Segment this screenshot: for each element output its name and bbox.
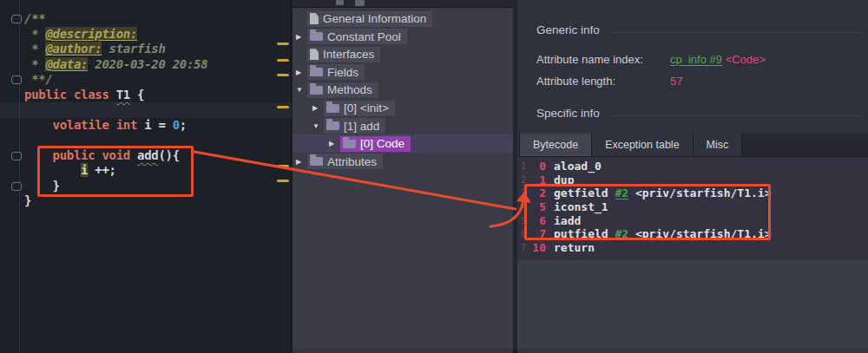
toolbar-icon-fragment bbox=[336, 0, 344, 5]
section-rule bbox=[612, 115, 863, 116]
code-token: * bbox=[24, 57, 45, 71]
tree-item-0-init[interactable]: ▶[0] <init> bbox=[293, 99, 513, 117]
tree-item-methods[interactable]: ▼Methods bbox=[293, 81, 513, 99]
code-token: T1 bbox=[116, 88, 130, 101]
tree-item-chip: Constant Pool bbox=[307, 29, 407, 44]
tree-item-chip: Fields bbox=[307, 64, 365, 80]
bytecode-opcode: aload_0 bbox=[554, 160, 602, 173]
tree-item-attributes[interactable]: ▶Attributes bbox=[293, 153, 513, 171]
tree-item-chip: [1] add bbox=[324, 118, 385, 134]
code-token: @author: bbox=[45, 42, 102, 56]
tree-item-label: Fields bbox=[327, 66, 358, 79]
change-marker bbox=[277, 106, 289, 108]
annotation-box-bytecode bbox=[524, 184, 771, 240]
tree-item-general-information[interactable]: General Information bbox=[293, 10, 513, 28]
page-icon bbox=[310, 49, 319, 60]
folder-icon bbox=[343, 140, 356, 148]
attribute-name-index-label: Attribute name index: bbox=[536, 53, 643, 66]
annotation-box-source-code bbox=[37, 146, 194, 197]
bottom-shade bbox=[293, 349, 868, 353]
detail-tabbar: BytecodeException tableMisc bbox=[519, 134, 868, 157]
tree-item-label: [1] add bbox=[344, 120, 379, 133]
specific-info-title: Specific info bbox=[536, 107, 600, 120]
folder-icon bbox=[310, 86, 323, 95]
change-marker bbox=[277, 180, 289, 182]
tree-item-constant-pool[interactable]: ▶Constant Pool bbox=[293, 28, 513, 46]
attribute-length-row: Attribute length: 57 bbox=[536, 75, 615, 90]
code-token: * bbox=[24, 42, 45, 56]
tree-item-chip: Methods bbox=[307, 82, 378, 98]
code-line: /** bbox=[24, 11, 207, 27]
tree-item-0-code[interactable]: ▶[0] Code bbox=[293, 134, 513, 153]
code-line: **/ bbox=[24, 72, 207, 88]
bytecode-line: 710return bbox=[517, 241, 771, 255]
fold-marker-icon[interactable] bbox=[11, 75, 22, 84]
section-rule bbox=[612, 32, 863, 33]
cp-info-link[interactable]: cp_info #9 bbox=[670, 53, 722, 66]
chevron-right-icon[interactable]: ▶ bbox=[296, 33, 301, 41]
generic-info-section-title: Generic info bbox=[536, 23, 863, 36]
code-token: volatile int bbox=[53, 118, 145, 132]
tree-item-label: [0] Code bbox=[360, 137, 404, 150]
tree-item-chip: Interfaces bbox=[307, 47, 380, 62]
bytecode-pane-lower bbox=[517, 260, 868, 353]
tree-item-label: [0] <init> bbox=[344, 101, 389, 114]
attribute-name-index-row: Attribute name index: cp_info #9 <Code> bbox=[536, 53, 643, 69]
folder-icon bbox=[310, 157, 323, 166]
folder-icon bbox=[326, 121, 339, 130]
folder-icon bbox=[310, 68, 323, 76]
class-structure-tree: General Information▶Constant PoolInterfa… bbox=[293, 0, 513, 353]
jclasslib-window: /** * @description: * @author: starfish … bbox=[0, 0, 868, 353]
chevron-right-icon[interactable]: ▶ bbox=[296, 69, 301, 76]
tree-item-label: Attributes bbox=[327, 155, 377, 168]
fold-marker-icon[interactable] bbox=[11, 152, 22, 160]
change-marker bbox=[277, 42, 289, 45]
tab-exception-table[interactable]: Exception table bbox=[591, 134, 692, 156]
code-line: volatile int i = 0; bbox=[24, 118, 207, 134]
attribute-type-value: <Code> bbox=[726, 53, 766, 66]
tree-item-label: Interfaces bbox=[323, 48, 374, 61]
attribute-name-index-value: cp_info #9 <Code> bbox=[670, 53, 766, 66]
change-marker bbox=[277, 59, 289, 62]
code-line: public class T1 { bbox=[24, 88, 207, 103]
bytecode-offset: 10 bbox=[526, 241, 546, 255]
tab-bytecode[interactable]: Bytecode bbox=[519, 134, 591, 156]
chevron-right-icon[interactable]: ▶ bbox=[312, 104, 318, 112]
code-token: starfish bbox=[102, 42, 165, 56]
bytecode-offset: 0 bbox=[526, 160, 546, 173]
fold-marker-icon[interactable] bbox=[11, 182, 22, 191]
gutter-separator bbox=[19, 0, 20, 353]
code-token: { bbox=[130, 88, 144, 101]
fold-marker-icon[interactable] bbox=[11, 15, 22, 23]
bytecode-line: 10aload_0 bbox=[517, 160, 771, 173]
tree-item-chip: [0] Code bbox=[340, 136, 411, 152]
tree-item-interfaces[interactable]: Interfaces bbox=[293, 45, 513, 63]
chevron-down-icon[interactable]: ▼ bbox=[312, 122, 319, 130]
code-token: /** bbox=[24, 11, 45, 25]
code-token: public class bbox=[24, 88, 116, 101]
tree-rows: General Information▶Constant PoolInterfa… bbox=[293, 0, 513, 353]
attribute-length-value: 57 bbox=[670, 75, 682, 88]
code-token: @data: bbox=[45, 57, 88, 71]
code-token: @description: bbox=[45, 27, 137, 41]
code-token: } bbox=[24, 193, 31, 207]
tree-item-1-add[interactable]: ▼[1] add bbox=[293, 117, 513, 135]
change-marker bbox=[277, 74, 289, 76]
code-token: 2020-03-20 20:58 bbox=[88, 57, 207, 71]
change-marker bbox=[277, 165, 289, 167]
chevron-right-icon[interactable]: ▶ bbox=[296, 158, 301, 166]
chevron-down-icon[interactable]: ▼ bbox=[296, 86, 303, 94]
chevron-right-icon[interactable]: ▶ bbox=[329, 140, 334, 147]
tree-item-label: General Information bbox=[323, 12, 426, 25]
code-token: * bbox=[24, 27, 45, 41]
tree-item-fields[interactable]: ▶Fields bbox=[293, 63, 513, 82]
toolbar-icon-fragment bbox=[355, 0, 365, 6]
tree-item-chip: General Information bbox=[307, 11, 432, 27]
generic-info-title: Generic info bbox=[536, 23, 600, 36]
tab-misc[interactable]: Misc bbox=[693, 134, 743, 156]
page-icon bbox=[310, 13, 319, 24]
code-token bbox=[24, 118, 53, 132]
bytecode-line-number: 7 bbox=[517, 241, 526, 255]
code-line: * @author: starfish bbox=[24, 42, 207, 57]
folder-icon bbox=[326, 104, 339, 113]
